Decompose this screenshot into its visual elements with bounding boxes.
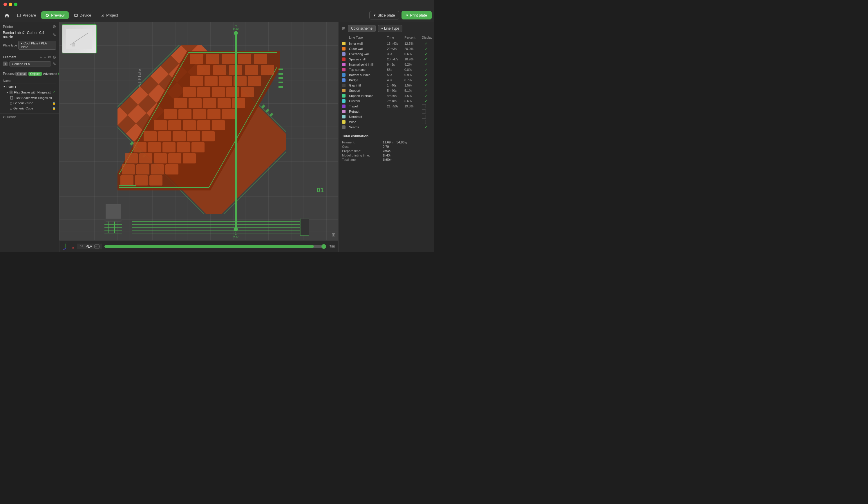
cube-1-item[interactable]: ◻ Generic-Cube 🔒 <box>3 100 56 106</box>
lt-row-0[interactable]: Inner wall13m43s12.5%✓ <box>339 41 434 46</box>
svg-rect-75 <box>187 131 200 141</box>
flex-snake-item[interactable]: ▾ Flex Snake with Hinges.stl ✓ <box>3 89 56 95</box>
plate-type-dropdown[interactable]: ▾ Cool Plate / PLA Plate <box>18 41 56 50</box>
lt-row-13[interactable]: Retract <box>339 109 434 114</box>
print-label: Print plate <box>410 13 427 18</box>
lt-name-label: Retract <box>349 110 387 113</box>
layers-icon[interactable]: ⊞ <box>332 232 335 238</box>
lt-row-6[interactable]: Bottom surface56s0.9%✓ <box>339 72 434 78</box>
lt-check[interactable]: ✓ <box>422 62 431 67</box>
collapse-icon[interactable]: ⊞ <box>342 26 345 31</box>
slice-plate-button[interactable]: ▾ Slice plate <box>369 11 399 19</box>
printer-icon-small <box>79 244 84 249</box>
viewport: Bambu Cool Plate <box>60 22 338 252</box>
prepare-tab[interactable]: Prepare <box>13 11 40 19</box>
lt-name-label: Wipe <box>349 120 387 124</box>
plate-type-value: Cool Plate / PLA Plate <box>21 41 47 49</box>
lt-name-label: Support interface <box>349 94 387 98</box>
lt-row-3[interactable]: Sparse infill20m47s18.9%✓ <box>339 57 434 62</box>
lt-row-2[interactable]: Overhang wall36s0.6%✓ <box>339 51 434 57</box>
lt-check[interactable]: ✓ <box>422 89 431 93</box>
progress-thumb[interactable] <box>321 244 326 249</box>
lt-check[interactable]: ✓ <box>422 52 431 56</box>
printer-section-label: Printer <box>3 25 13 29</box>
close-button[interactable] <box>3 3 7 6</box>
lt-check[interactable]: ✓ <box>422 125 431 129</box>
home-button[interactable] <box>2 11 12 20</box>
printer-settings-icon[interactable]: ⚙ <box>52 24 56 29</box>
lt-check[interactable]: ✓ <box>422 94 431 98</box>
lt-row-4[interactable]: Internal solid infill9m3s8.2%✓ <box>339 62 434 67</box>
lt-row-15[interactable]: Wipe <box>339 119 434 124</box>
lt-check[interactable]: ✓ <box>422 41 431 46</box>
svg-rect-71 <box>212 120 225 130</box>
filament-settings-icon[interactable]: ⚙ <box>52 55 56 60</box>
lt-row-7[interactable]: Bridge48s0.7%✓ <box>339 78 434 83</box>
flex-snake-inner-label: Flex Snake with Hinges.stl <box>14 96 52 100</box>
device-tab[interactable]: Device <box>70 11 95 19</box>
lt-row-11[interactable]: Custom7m18s6.6%✓ <box>339 98 434 104</box>
filament-copy-icon[interactable]: ⧉ <box>48 54 51 60</box>
filament-add-icon[interactable]: + <box>40 55 42 60</box>
svg-rect-52 <box>183 87 196 97</box>
layer-thumb-bottom[interactable] <box>234 227 238 231</box>
project-tab[interactable]: Project <box>96 11 122 19</box>
layer-thumb-top[interactable] <box>234 31 238 35</box>
plate-1-label: Plate 1 <box>7 85 16 89</box>
filament-remove-icon[interactable]: − <box>44 55 46 60</box>
lt-check[interactable]: ✓ <box>422 47 431 51</box>
lt-check[interactable] <box>422 109 426 113</box>
flex-snake-inner-item[interactable]: Flex Snake with Hinges.stl <box>3 95 56 100</box>
lt-row-12[interactable]: Travel21m50s19.8% <box>339 104 434 109</box>
svg-rect-38 <box>206 54 219 64</box>
minimize-button[interactable] <box>9 3 12 6</box>
color-scheme-btn[interactable]: Color scheme <box>348 25 376 32</box>
flex-snake-check[interactable]: ✓ <box>52 90 55 94</box>
lt-row-9[interactable]: Support5m40s5.1%✓ <box>339 88 434 93</box>
lt-check[interactable]: ✓ <box>422 78 431 82</box>
filament-section-label: Filament <box>3 55 16 59</box>
layer-slider[interactable]: 78 15.60 1 0.20 <box>232 22 240 240</box>
lt-row-5[interactable]: Top surface55s0.8%✓ <box>339 67 434 72</box>
est-model-row: Model printing time: 1h43m <box>342 154 431 157</box>
lt-check[interactable] <box>422 104 426 108</box>
lt-color-swatch <box>342 58 345 61</box>
process-objects-tag[interactable]: Objects <box>29 72 42 76</box>
est-cost-val: 0.70 <box>383 145 389 148</box>
printer-edit-icon[interactable]: ✎ <box>53 32 56 37</box>
layer-track[interactable] <box>235 32 237 231</box>
lt-check[interactable]: ✓ <box>422 68 431 72</box>
lt-check[interactable]: ✓ <box>422 73 431 77</box>
line-type-btn[interactable]: ▾ Line Type <box>378 25 402 32</box>
lt-row-14[interactable]: Unretract <box>339 114 434 119</box>
lt-check[interactable] <box>422 120 426 124</box>
snake-model <box>117 45 286 214</box>
cube-icon-2: ◻ <box>10 107 12 110</box>
lt-check[interactable]: ✓ <box>422 83 431 87</box>
preview-tab[interactable]: Preview <box>41 11 69 19</box>
process-global-tag[interactable]: Global <box>16 72 27 76</box>
lt-check[interactable] <box>422 115 426 119</box>
est-model-val: 1h43m <box>383 154 393 157</box>
lt-color-swatch <box>342 99 345 103</box>
lt-check[interactable]: ✓ <box>422 99 431 103</box>
lt-color-swatch <box>342 125 345 129</box>
est-filament-val2: 34.86 g <box>396 141 407 144</box>
lt-row-10[interactable]: Support interface4m59s4.5%✓ <box>339 93 434 98</box>
lt-row-1[interactable]: Outer wall22m3s20.0%✓ <box>339 46 434 51</box>
lt-time-val: 4m59s <box>387 94 404 98</box>
plate-1-item[interactable]: ▾ Plate 1 <box>3 84 56 89</box>
lt-check[interactable]: ✓ <box>422 57 431 61</box>
filament-1-name[interactable]: Generic PLA <box>9 61 51 67</box>
print-plate-button[interactable]: ▾ Print plate <box>402 11 432 19</box>
lt-row-16[interactable]: Seams✓ <box>339 124 434 130</box>
progress-bar[interactable] <box>104 245 325 248</box>
maximize-button[interactable] <box>14 3 18 6</box>
lt-row-8[interactable]: Gap infill1m40s1.5%✓ <box>339 83 434 88</box>
cube-icon: ◻ <box>10 102 12 105</box>
preview-label: Preview <box>51 13 64 18</box>
plate-thumbnail[interactable] <box>62 24 96 53</box>
lock-2-icon: 🔒 <box>52 107 56 110</box>
filament-1-edit-icon[interactable]: ✎ <box>53 62 56 66</box>
cube-2-item[interactable]: ◻ Generic-Cube 🔒 <box>3 106 56 111</box>
